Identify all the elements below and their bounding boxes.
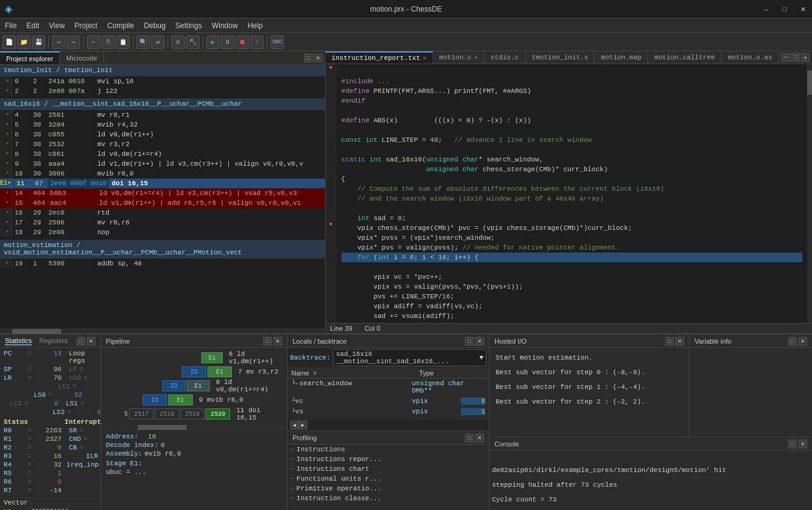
pipeline-hscroll[interactable]: [101, 425, 287, 430]
menu-settings[interactable]: Settings: [171, 18, 207, 33]
locals-prev[interactable]: ◀: [290, 421, 299, 429]
right-scrollbar-v[interactable]: [807, 64, 812, 323]
profiling-item-primitive[interactable]: ─ Primitive operatio...: [288, 484, 489, 493]
tab-statistics[interactable]: Statistics: [5, 337, 32, 346]
stats-restore[interactable]: □: [76, 337, 85, 346]
tb-copy[interactable]: ⎘: [102, 35, 115, 49]
code-row-9[interactable]: • 9 30 aaa4 ld v1,dm(r1++) | ld v3,cm(r3…: [0, 159, 325, 169]
console-close[interactable]: ✕: [799, 440, 807, 448]
tb-replace[interactable]: ⇄: [151, 35, 165, 49]
tb-build[interactable]: 🔨: [186, 35, 199, 49]
microcode-content[interactable]: tmotion_init / tmotion_init • 0 2 241a 0…: [0, 65, 325, 328]
tb-stop[interactable]: ⏹: [236, 35, 249, 49]
profiling-restore[interactable]: □: [465, 434, 474, 442]
menu-view[interactable]: View: [44, 18, 70, 33]
hosted-close[interactable]: ✕: [676, 337, 684, 346]
pipeline-content[interactable]: E1 6 ld v1,dm(r1++) ID E1 7 mv r3,r2: [101, 348, 287, 510]
menu-file[interactable]: File: [0, 18, 21, 33]
right-panel-max[interactable]: □: [791, 53, 800, 62]
locals-row-vs[interactable]: └vs vpix 1: [288, 407, 489, 417]
code-row-17[interactable]: • 17 29 2506 mv r0,r6: [0, 218, 325, 227]
tb-src[interactable]: SRC: [270, 35, 284, 49]
varinfo-restore[interactable]: □: [788, 337, 797, 346]
close-button[interactable]: ✕: [794, 0, 812, 18]
menu-compile[interactable]: Compile: [102, 18, 139, 33]
menu-debug[interactable]: Debug: [139, 18, 170, 33]
left-panel-collapse[interactable]: □: [304, 54, 313, 62]
tb-run[interactable]: ▶: [206, 35, 220, 49]
registers-content[interactable]: PC = 13 Loop regs SP = 96 LF = 0 LR = 70…: [0, 348, 100, 510]
console-restore[interactable]: □: [788, 440, 797, 448]
pipeline-restore[interactable]: □: [263, 337, 272, 346]
console-content[interactable]: de02asip01/dirkl/example_cores/tmotion/d…: [490, 451, 812, 510]
varinfo-close[interactable]: ✕: [799, 337, 807, 346]
tab-tmotion-init[interactable]: tmotion_init.s: [526, 51, 595, 64]
code-row-18[interactable]: • 18 29 2e00 nop: [0, 227, 325, 237]
minimize-button[interactable]: –: [757, 0, 775, 18]
stats-close[interactable]: ✕: [87, 337, 95, 346]
menu-help[interactable]: Help: [243, 18, 268, 33]
locals-next[interactable]: ▶: [299, 421, 307, 429]
menu-edit[interactable]: Edit: [21, 18, 44, 33]
bp-dot[interactable]: ●: [326, 64, 337, 74]
tb-stepin[interactable]: ↓: [250, 35, 264, 49]
code-row-15[interactable]: • 15 464 aac4 ld v1,dm(r1++) | add r6,r5…: [0, 198, 325, 208]
code-row-4[interactable]: • 4 30 2501 mv r0,r1: [0, 110, 325, 120]
profiling-item-instructions[interactable]: ─ Instructions: [288, 445, 489, 454]
tb-pause[interactable]: ⏸: [221, 35, 234, 49]
profiling-item-instructions-chart[interactable]: ─ Instructions chart: [288, 464, 489, 474]
profiling-item-functional-units[interactable]: ─ Functional units r...: [288, 474, 489, 484]
variable-info-content[interactable]: [690, 348, 812, 437]
left-panel-close[interactable]: ✕: [314, 54, 322, 62]
menu-window[interactable]: Window: [207, 18, 243, 33]
locals-row-vc[interactable]: └vc vpix 8: [288, 396, 489, 407]
code-row-16[interactable]: • 16 29 2ec0 rtd: [0, 208, 325, 218]
pipeline-close[interactable]: ✕: [274, 337, 282, 346]
code-row-2[interactable]: • 2 2 2e80 007a j 122: [0, 86, 325, 96]
code-row-19[interactable]: • 19 1 5300 addb sp, 48: [0, 259, 325, 268]
code-row-8[interactable]: • 8 30 c061 ld v0,dm(r1+=r4): [0, 149, 325, 159]
tb-new[interactable]: 📄: [2, 35, 16, 49]
profiling-item-instruction-classes[interactable]: ─ Instruction classe...: [288, 493, 489, 503]
locals-table-content[interactable]: └-search_window unsigned char DMb** └vc …: [288, 379, 489, 419]
tb-compile[interactable]: ⚙: [171, 35, 185, 49]
tab-project-explorer[interactable]: Project explorer: [0, 51, 60, 64]
tab-stdio-c[interactable]: stdio.c: [485, 51, 526, 64]
tab-registers[interactable]: Registers: [39, 337, 67, 346]
tb-search[interactable]: 🔍: [136, 35, 150, 49]
code-row-11[interactable]: E1• 11 87 2ee0 000f 0010 doi 16,15: [0, 179, 325, 188]
locals-row-search-window[interactable]: └-search_window unsigned char DMb**: [288, 379, 489, 396]
hosted-restore[interactable]: □: [665, 337, 674, 346]
profiling-close[interactable]: ✕: [475, 434, 484, 442]
profiling-item-instructions-report[interactable]: ─ Instructions repor...: [288, 454, 489, 464]
tb-undo[interactable]: ↩: [52, 35, 65, 49]
tab-close-icon[interactable]: ✕: [474, 54, 478, 61]
code-row-10[interactable]: • 10 30 3006 mvib r6,0: [0, 169, 325, 179]
left-scrollbar-h[interactable]: [0, 328, 325, 333]
code-text-area[interactable]: #include ... #define PRINTF(FMT,ARGS...)…: [337, 64, 807, 323]
code-row-7[interactable]: • 7 30 2532 mv r3,r2: [0, 139, 325, 149]
right-panel-close[interactable]: ✕: [801, 53, 810, 62]
maximize-button[interactable]: □: [775, 0, 794, 18]
code-row-6[interactable]: • 6 30 c055 ld v0,dm(r1++): [0, 130, 325, 139]
tab-instruction-report[interactable]: instruction_report.txt ✕: [326, 51, 433, 64]
code-row-0[interactable]: • 0 2 241a 0010 mvi sp,16: [0, 76, 325, 86]
tab-motion-map[interactable]: motion.map: [595, 51, 648, 64]
locals-close[interactable]: ✕: [475, 337, 484, 346]
tab-close-icon[interactable]: ✕: [423, 54, 426, 62]
tb-redo[interactable]: ↪: [67, 35, 80, 49]
hosted-io-content[interactable]: Start motion estimation. Best sub vector…: [490, 348, 689, 437]
backtrace-dropdown[interactable]: sad_16x16 __motion__sint_sad_16x16_... ▼: [333, 349, 486, 366]
tb-cut[interactable]: ✂: [87, 35, 100, 49]
tb-save[interactable]: 💾: [32, 35, 45, 49]
tb-open[interactable]: 📁: [17, 35, 31, 49]
code-row-5[interactable]: • 5 30 3204 mvib r4,32: [0, 120, 325, 130]
right-panel-min[interactable]: ─: [781, 53, 790, 62]
tab-microcode[interactable]: Microcode: [60, 51, 104, 64]
profiling-list[interactable]: ─ Instructions ─ Instructions repor... ─…: [288, 445, 489, 510]
tab-motion-calltree[interactable]: motion.calltree: [648, 51, 721, 64]
locals-restore[interactable]: □: [465, 337, 474, 346]
tb-paste[interactable]: 📋: [116, 35, 130, 49]
menu-project[interactable]: Project: [70, 18, 102, 33]
tab-motion-c[interactable]: motion.c ✕: [433, 51, 485, 64]
